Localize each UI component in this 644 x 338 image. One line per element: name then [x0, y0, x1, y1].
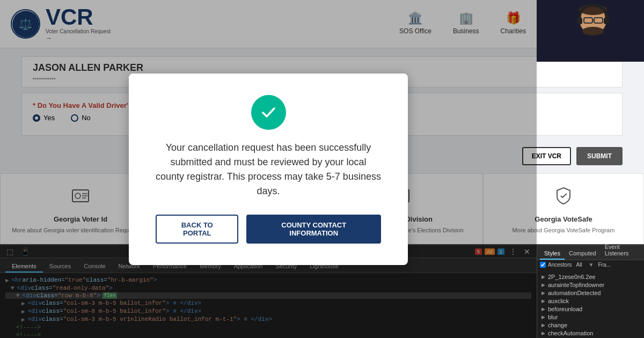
- event-item-6[interactable]: ▶ blur: [541, 314, 640, 320]
- devtools-events-tab[interactable]: Event Listeners: [601, 241, 641, 260]
- event-item-5[interactable]: ▶ beforeunload: [541, 306, 640, 312]
- devtools-computed-tab[interactable]: Computed: [565, 248, 601, 260]
- collapse-arrow-6: ▶: [541, 314, 545, 320]
- event-label-3: automationDetected: [548, 290, 601, 296]
- webcam-feed: [537, 0, 644, 62]
- collapse-arrow: ▶: [541, 274, 545, 280]
- event-item-1[interactable]: ▶ 2P_1zese0n6.2ee: [541, 274, 640, 280]
- action-buttons: EXIT VCR SUBMIT: [522, 147, 623, 165]
- event-label-2: aurainteTopfindowner: [548, 282, 604, 288]
- webcam-area: [537, 0, 644, 62]
- success-icon: [251, 95, 286, 130]
- event-label-5: beforeunload: [548, 306, 582, 312]
- svg-rect-7: [577, 18, 582, 24]
- event-item-4[interactable]: ▶ auxclick: [541, 298, 640, 304]
- devtools-styles-tab[interactable]: Styles: [540, 248, 565, 260]
- event-label-1: 2P_1zese0n6.2ee: [548, 274, 596, 280]
- county-contact-button[interactable]: COUNTY CONTACT INFORMATION: [246, 215, 381, 244]
- svg-rect-8: [604, 18, 609, 24]
- collapse-arrow-2: ▶: [541, 282, 545, 288]
- check-icon: [259, 103, 278, 122]
- right-content: ▶ 2P_1zese0n6.2ee ▶ aurainteTopfindowner…: [537, 269, 644, 338]
- modal-overlay: Your cancellation request has been succe…: [0, 0, 537, 338]
- event-label-7: change: [548, 322, 567, 328]
- event-item-8[interactable]: ▶ checkAutomation: [541, 330, 640, 336]
- event-label-6: blur: [548, 314, 558, 320]
- svg-point-6: [582, 27, 604, 35]
- ancestors-checkbox[interactable]: [540, 262, 546, 268]
- event-label-4: auxclick: [548, 298, 569, 304]
- devtools-right-tabs: Styles Computed Event Listeners: [537, 245, 644, 260]
- submit-button[interactable]: SUBMIT: [576, 147, 623, 165]
- devtools-right-panel: Styles Computed Event Listeners Ancestor…: [537, 244, 644, 338]
- collapse-arrow-4: ▶: [541, 298, 545, 304]
- success-modal: Your cancellation request has been succe…: [129, 74, 408, 265]
- filter-icon: ▼: [589, 262, 594, 268]
- ancestors-row: Ancestors All ▼ Fra...: [537, 260, 644, 269]
- modal-message: Your cancellation request has been succe…: [156, 141, 381, 199]
- back-to-portal-button[interactable]: BACK TO PORTAL: [156, 215, 238, 244]
- webcam-svg: [537, 0, 644, 62]
- ancestors-label: Ancestors: [548, 262, 572, 268]
- event-item-7[interactable]: ▶ change: [541, 322, 640, 328]
- collapse-arrow-5: ▶: [541, 306, 545, 312]
- collapse-arrow-7: ▶: [541, 322, 545, 328]
- collapse-arrow-8: ▶: [541, 330, 545, 336]
- modal-buttons: BACK TO PORTAL COUNTY CONTACT INFORMATIO…: [156, 215, 381, 244]
- all-label: All: [576, 262, 582, 268]
- fra-label: Fra...: [598, 262, 611, 268]
- event-item-3[interactable]: ▶ automationDetected: [541, 290, 640, 296]
- event-label-8: checkAutomation: [548, 330, 593, 336]
- collapse-arrow-3: ▶: [541, 290, 545, 296]
- event-item-2[interactable]: ▶ aurainteTopfindowner: [541, 282, 640, 288]
